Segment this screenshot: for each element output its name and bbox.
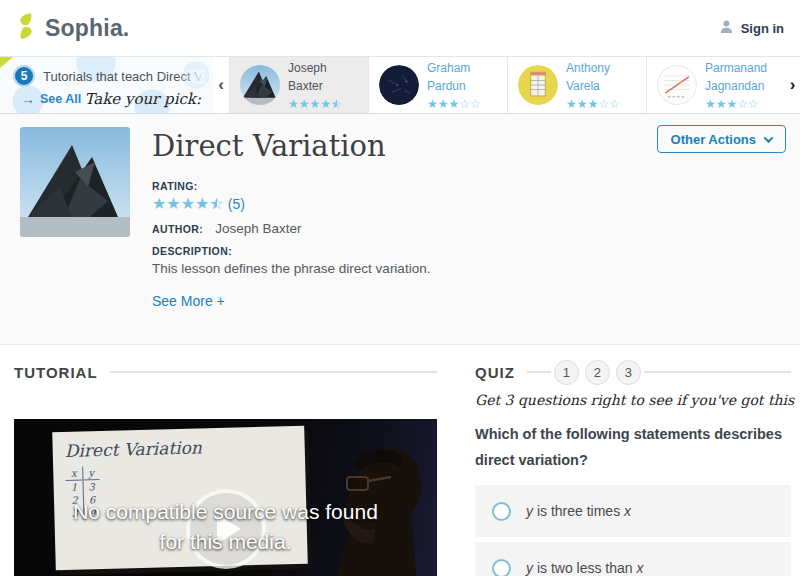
- steps-line: [527, 371, 551, 373]
- quiz-heading: QUIZ: [475, 364, 515, 381]
- corner-accent: [0, 57, 13, 68]
- carousel-prev-button[interactable]: ‹: [213, 57, 229, 113]
- tutor-card-anthony-varela[interactable]: Anthony Varela ★★★☆☆: [507, 57, 646, 113]
- chevron-right-icon: ›: [790, 75, 796, 95]
- tutor-card-joseph-baxter[interactable]: Joseph Baxter ★★★★☆★: [229, 57, 368, 113]
- page: Sophia. Sign in 5 Tutorials that teach D…: [0, 0, 800, 576]
- author-label: AUTHOR:: [152, 223, 203, 235]
- tutor-rating-stars: ★★★★☆★: [288, 97, 342, 111]
- quiz-step-3: 3: [616, 360, 641, 385]
- lesson-thumbnail: [20, 127, 130, 237]
- tutor-name: Anthony Varela: [566, 61, 610, 93]
- brand-name: Sophia.: [45, 15, 129, 42]
- quiz-question: Which of the following statements descri…: [475, 421, 791, 473]
- sign-in-label: Sign in: [741, 21, 784, 36]
- radio-button[interactable]: [492, 502, 511, 521]
- quiz-step-1: 1: [554, 360, 579, 385]
- avatar: [379, 65, 419, 105]
- option-text: y is two less than x: [526, 560, 644, 576]
- description-text: This lesson defines the phrase direct va…: [152, 261, 430, 276]
- quiz-tagline: Get 3 questions right to see if you've g…: [475, 392, 791, 408]
- tutor-rating-stars: ★★★☆☆: [427, 97, 481, 111]
- chevron-left-icon: ‹: [218, 75, 224, 95]
- tutor-card-parmanand-jagnandan[interactable]: Parmanand Jagnandan ★★★☆☆: [646, 57, 785, 113]
- video-player[interactable]: Direct Variation xy132639: [14, 419, 437, 576]
- see-more-link[interactable]: See More +: [152, 293, 225, 309]
- lower-content: TUTORIAL Direct Variation xy132639: [0, 345, 800, 576]
- avatar: [240, 65, 280, 105]
- option-text: y is three times x: [526, 503, 631, 519]
- take-your-pick-text: Take your pick:: [84, 90, 201, 108]
- other-actions-label: Other Actions: [671, 132, 756, 147]
- steps-line: [644, 371, 791, 373]
- avatar: [657, 65, 697, 105]
- sophia-logo[interactable]: Sophia.: [14, 11, 129, 45]
- top-bar: Sophia. Sign in: [0, 0, 800, 56]
- rating-count-link[interactable]: (5): [228, 196, 245, 212]
- radio-button[interactable]: [492, 559, 511, 576]
- video-error-caption: No compatible source was found for this …: [14, 497, 437, 557]
- quiz-option-1[interactable]: y is three times x: [475, 485, 791, 537]
- tutor-name: Joseph Baxter: [288, 61, 327, 93]
- see-all-label: See All: [40, 92, 81, 106]
- tutorial-count-badge: 5: [13, 65, 35, 87]
- sophia-leaf-icon: [14, 11, 38, 45]
- description-label: DESCRIPTION:: [152, 245, 430, 257]
- tutorial-heading: TUTORIAL: [14, 364, 98, 381]
- caption-line-2: for this media.: [14, 527, 437, 557]
- tutorial-divider: [110, 371, 437, 373]
- tutor-rating-stars: ★★★☆☆: [705, 97, 759, 111]
- tutor-rating-stars: ★★★☆☆: [566, 97, 620, 111]
- rating-label: RATING:: [152, 180, 430, 192]
- lesson-rating-stars: ★★★★☆★: [152, 194, 224, 213]
- quiz-step-2: 2: [585, 360, 610, 385]
- tutor-name: Graham Pardun: [427, 61, 470, 93]
- other-actions-button[interactable]: Other Actions: [657, 125, 786, 153]
- carousel-title: Tutorials that teach Direct Variat: [43, 69, 205, 84]
- person-icon: [719, 19, 734, 37]
- lesson-hero: Direct Variation RATING: ★★★★☆★ (5) AUTH…: [0, 114, 800, 345]
- author-name: Joseph Baxter: [215, 221, 301, 236]
- chevron-down-icon: [764, 133, 774, 143]
- avatar: [518, 65, 558, 105]
- carousel-promo: 5 Tutorials that teach Direct Variat → S…: [0, 57, 213, 113]
- tutor-name: Parmanand Jagnandan: [705, 61, 767, 93]
- tutorials-carousel: 5 Tutorials that teach Direct Variat → S…: [0, 56, 800, 114]
- arrow-right-icon: →: [21, 91, 35, 107]
- tutorial-column: TUTORIAL Direct Variation xy132639: [14, 361, 437, 576]
- lesson-title: Direct Variation: [152, 129, 430, 163]
- see-all-link[interactable]: → See All: [21, 91, 81, 107]
- quiz-option-2[interactable]: y is two less than x: [475, 542, 791, 576]
- quiz-steps: 1 2 3: [527, 360, 791, 385]
- whiteboard-title: Direct Variation: [64, 435, 292, 461]
- quiz-column: QUIZ 1 2 3 Get 3 questions right to see …: [475, 361, 791, 576]
- sign-in-button[interactable]: Sign in: [719, 19, 784, 37]
- caption-line-1: No compatible source was found: [14, 497, 437, 527]
- tutor-card-graham-pardun[interactable]: Graham Pardun ★★★☆☆: [368, 57, 507, 113]
- carousel-next-button[interactable]: ›: [785, 57, 800, 113]
